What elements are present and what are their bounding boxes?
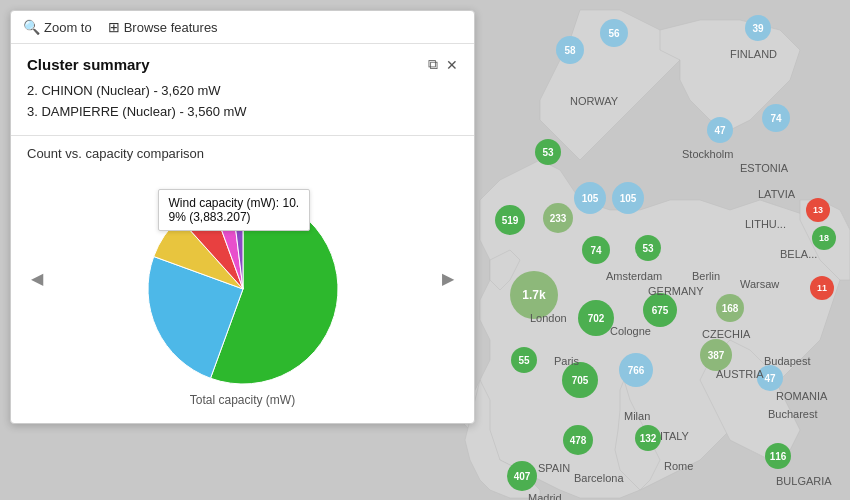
cluster-items-list: 2. CHINON (Nuclear) - 3,620 mW 3. DAMPIE… [27,81,458,123]
map-bubble-b25[interactable]: 478 [563,425,593,455]
pie-chart-svg [108,169,378,389]
chart-title: Count vs. capacity comparison [27,146,458,161]
chart-section: Count vs. capacity comparison ◀ Wind cap… [11,136,474,423]
map-bubble-b2[interactable]: 56 [600,19,628,47]
map-bubble-b7[interactable]: 105 [574,182,606,214]
map-bubble-b13[interactable]: 13 [806,198,830,222]
cluster-item-1: 2. CHINON (Nuclear) - 3,620 mW [27,81,458,102]
cluster-item-2: 3. DAMPIERRE (Nuclear) - 3,560 mW [27,102,458,123]
table-icon: ⊞ [108,19,120,35]
map-bubble-b15[interactable]: 11 [810,276,834,300]
map-bubble-b6[interactable]: 53 [535,139,561,165]
header-icon-group: ⧉ ✕ [428,56,458,73]
map-bubble-b17[interactable]: 702 [578,300,614,336]
zoom-to-label: Zoom to [44,20,92,35]
map-bubble-b10[interactable]: 233 [543,203,573,233]
map-bubble-b21[interactable]: 705 [562,362,598,398]
map-bubble-b12[interactable]: 53 [635,235,661,261]
panel-toolbar: 🔍 Zoom to ⊞ Browse features [11,11,474,44]
map-bubble-b4[interactable]: 47 [707,117,733,143]
map-bubble-b27[interactable]: 407 [507,461,537,491]
map-bubble-b24[interactable]: 47 [757,365,783,391]
browse-features-label: Browse features [124,20,218,35]
map-bubble-b5[interactable]: 74 [762,104,790,132]
zoom-to-button[interactable]: 🔍 Zoom to [23,19,92,35]
cluster-summary-section: Cluster summary ⧉ ✕ 2. CHINON (Nuclear) … [11,44,474,136]
map-bubble-b19[interactable]: 168 [716,294,744,322]
map-bubble-b9[interactable]: 519 [495,205,525,235]
map-bubble-b20[interactable]: 55 [511,347,537,373]
pie-chart-container: Wind capacity (mW): 10. 9% (3,883.207) [108,169,378,389]
cluster-header: Cluster summary ⧉ ✕ [27,56,458,73]
map-bubble-b22[interactable]: 766 [619,353,653,387]
map-bubble-b11[interactable]: 74 [582,236,610,264]
map-bubble-b1[interactable]: 58 [556,36,584,64]
map-bubble-b16[interactable]: 1.7k [510,271,558,319]
map-bubble-b26[interactable]: 132 [635,425,661,451]
map-bubble-b28[interactable]: 116 [765,443,791,469]
close-button[interactable]: ✕ [446,57,458,73]
next-chart-arrow[interactable]: ▶ [438,269,458,288]
map-bubble-b14[interactable]: 18 [812,226,836,250]
map-bubble-b8[interactable]: 105 [612,182,644,214]
map-bubble-b23[interactable]: 387 [700,339,732,371]
cluster-panel: 🔍 Zoom to ⊞ Browse features Cluster summ… [10,10,475,424]
chart-area: ◀ Wind capacity (mW): 10. 9% (3,883.207)… [27,169,458,389]
map-bubble-b18[interactable]: 675 [643,293,677,327]
cluster-title: Cluster summary [27,56,150,73]
prev-chart-arrow[interactable]: ◀ [27,269,47,288]
chart-footer: Total capacity (mW) [27,389,458,415]
browse-features-button[interactable]: ⊞ Browse features [108,19,218,35]
duplicate-button[interactable]: ⧉ [428,56,438,73]
zoom-icon: 🔍 [23,19,40,35]
map-bubble-b3[interactable]: 39 [745,15,771,41]
